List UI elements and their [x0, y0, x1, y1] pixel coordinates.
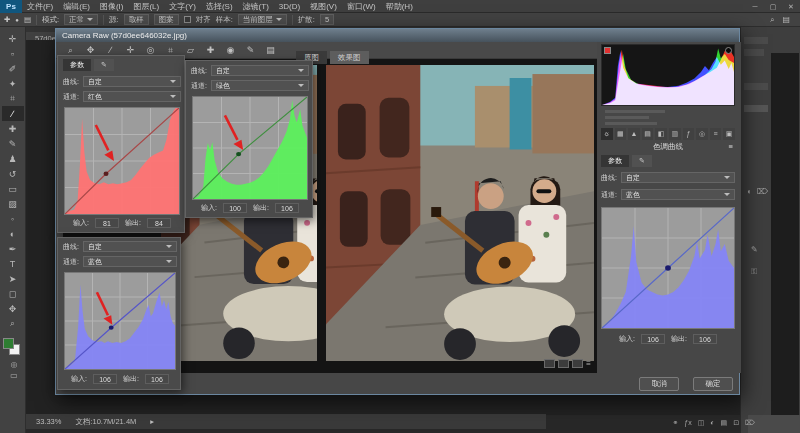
lock-icon[interactable]: ⚿: [751, 267, 757, 277]
curve-preset-select[interactable]: 自定: [211, 65, 309, 76]
dialog-title-bar[interactable]: Camera Raw (57d0ee646032e.jpg): [56, 29, 739, 42]
white-balance-tool-icon[interactable]: ∕: [104, 45, 117, 55]
curve-preset-select[interactable]: 自定: [83, 241, 177, 252]
snapshots-tab-icon[interactable]: ▣: [723, 128, 735, 140]
close-button[interactable]: ✕: [782, 0, 800, 13]
output-value[interactable]: 106: [145, 374, 169, 384]
workspace-icon[interactable]: ▤: [782, 15, 790, 25]
aligned-checkbox[interactable]: [184, 16, 191, 23]
output-value[interactable]: 106: [275, 203, 299, 213]
tone-curve-plot[interactable]: [601, 207, 735, 329]
menu-item[interactable]: 文字(Y): [164, 0, 201, 13]
tone-curve-tab-icon[interactable]: ▦: [615, 128, 627, 140]
healing-brush-tool-icon[interactable]: ✚: [2, 121, 24, 136]
tab-parametric[interactable]: 参数: [601, 155, 629, 167]
channel-select[interactable]: 绿色: [211, 80, 309, 91]
maximize-button[interactable]: ▢: [764, 0, 782, 13]
menu-item[interactable]: 文件(F): [22, 0, 58, 13]
panel-row[interactable]: [744, 83, 768, 90]
eraser-tool-icon[interactable]: ▭: [2, 181, 24, 196]
eyedropper-tool-icon[interactable]: ∕: [2, 106, 24, 121]
output-value[interactable]: 106: [693, 334, 717, 344]
menu-item[interactable]: 视图(V): [305, 0, 342, 13]
screen-mode-icon[interactable]: ▭: [3, 371, 25, 380]
path-select-tool-icon[interactable]: ➤: [2, 271, 24, 286]
layer-mask-icon[interactable]: ◫: [698, 419, 705, 427]
history-brush-tool-icon[interactable]: ↺: [2, 166, 24, 181]
panel-menu-icon[interactable]: ≡: [729, 142, 733, 151]
quick-selection-tool-icon[interactable]: ✦: [2, 76, 24, 91]
straighten-tool-icon[interactable]: ▱: [184, 45, 197, 55]
toggle-panel-icon[interactable]: ▤: [24, 15, 31, 24]
green-curve-plot[interactable]: [192, 96, 308, 200]
camera-calibration-tab-icon[interactable]: ◎: [696, 128, 708, 140]
graduated-filter-tool-icon[interactable]: ▤: [264, 45, 277, 55]
link-layers-icon[interactable]: ⚭: [672, 419, 678, 427]
menu-item[interactable]: 3D(D): [274, 0, 305, 13]
pen-tool-icon[interactable]: ✒: [2, 241, 24, 256]
gradient-tool-icon[interactable]: ▨: [2, 196, 24, 211]
menu-item[interactable]: 选择(S): [201, 0, 238, 13]
hand-tool-icon[interactable]: ✥: [2, 301, 24, 316]
red-eye-tool-icon[interactable]: ◉: [224, 45, 237, 55]
ok-button[interactable]: 确定: [693, 377, 733, 391]
menu-item[interactable]: 窗口(W): [342, 0, 381, 13]
minimize-button[interactable]: ─: [746, 0, 764, 13]
cancel-button[interactable]: 取消: [639, 377, 679, 391]
sample-select[interactable]: 当前图层: [238, 14, 287, 25]
zoom-tool-icon[interactable]: ⌕: [2, 316, 24, 331]
zoom-out-button[interactable]: [544, 359, 555, 368]
lasso-tool-icon[interactable]: ✐: [2, 61, 24, 76]
channel-select[interactable]: 蓝色: [621, 189, 735, 200]
curve-point[interactable]: [104, 171, 109, 176]
trash-icon[interactable]: ⌦: [757, 187, 768, 196]
source-sample-button[interactable]: 取样: [124, 14, 149, 25]
source-pattern-button[interactable]: 图案: [154, 14, 179, 25]
menu-item[interactable]: 帮助(H): [381, 0, 418, 13]
spot-removal-tool-icon[interactable]: ✚: [204, 45, 217, 55]
presets-tab-icon[interactable]: ≡: [710, 128, 722, 140]
layer-group-icon[interactable]: ▤: [721, 419, 728, 427]
zoom-in-button[interactable]: [558, 359, 569, 368]
adjustment-layer-icon[interactable]: ◐: [710, 419, 714, 427]
curve-preset-select[interactable]: 自定: [621, 172, 735, 183]
menu-item[interactable]: 编辑(E): [58, 0, 95, 13]
curve-point[interactable]: [109, 326, 114, 330]
adjustment-brush-tool-icon[interactable]: ✎: [244, 45, 257, 55]
basic-tab-icon[interactable]: ☼: [601, 128, 613, 140]
type-tool-icon[interactable]: T: [2, 256, 24, 271]
dodge-tool-icon[interactable]: ◐: [2, 226, 24, 241]
active-tool-icon[interactable]: ✚: [4, 15, 10, 24]
targeted-adjustment-tool-icon[interactable]: ◎: [144, 45, 157, 55]
adjustment-icon[interactable]: ◐: [747, 187, 752, 196]
move-tool-icon[interactable]: ✛: [2, 31, 24, 46]
brush-settings-icon[interactable]: ✎: [751, 245, 758, 254]
marquee-tool-icon[interactable]: ▫: [2, 46, 24, 61]
color-sampler-tool-icon[interactable]: ✛: [124, 45, 137, 55]
curve-point[interactable]: [665, 265, 671, 270]
new-layer-icon[interactable]: ⊡: [733, 419, 739, 427]
brush-tool-icon[interactable]: ✎: [2, 136, 24, 151]
tab-point-icon[interactable]: ✎: [94, 59, 114, 71]
effects-tab-icon[interactable]: ƒ: [683, 128, 695, 140]
hand-tool-icon[interactable]: ✥: [84, 45, 97, 55]
channel-select[interactable]: 红色: [83, 91, 181, 102]
crop-tool-icon[interactable]: ⌗: [2, 91, 24, 106]
mode-select[interactable]: 正常: [64, 14, 98, 25]
menu-item[interactable]: 图层(L): [128, 0, 164, 13]
layer-effects-icon[interactable]: ƒx: [684, 419, 691, 427]
delete-layer-icon[interactable]: ⌦: [745, 419, 755, 427]
output-value[interactable]: 84: [147, 218, 171, 228]
brush-preset-icon[interactable]: ●: [15, 17, 19, 23]
spread-input[interactable]: 5: [320, 14, 334, 25]
input-value[interactable]: 106: [641, 334, 665, 344]
fit-view-button[interactable]: [572, 359, 583, 368]
hsl-tab-icon[interactable]: ▤: [642, 128, 654, 140]
panel-row[interactable]: [744, 37, 768, 44]
panel-row[interactable]: [744, 49, 764, 56]
input-value[interactable]: 81: [95, 218, 119, 228]
menu-item[interactable]: 滤镜(T): [238, 0, 274, 13]
input-value[interactable]: 106: [93, 374, 117, 384]
panel-row[interactable]: [744, 105, 768, 112]
tab-parametric[interactable]: 参数: [63, 59, 91, 71]
